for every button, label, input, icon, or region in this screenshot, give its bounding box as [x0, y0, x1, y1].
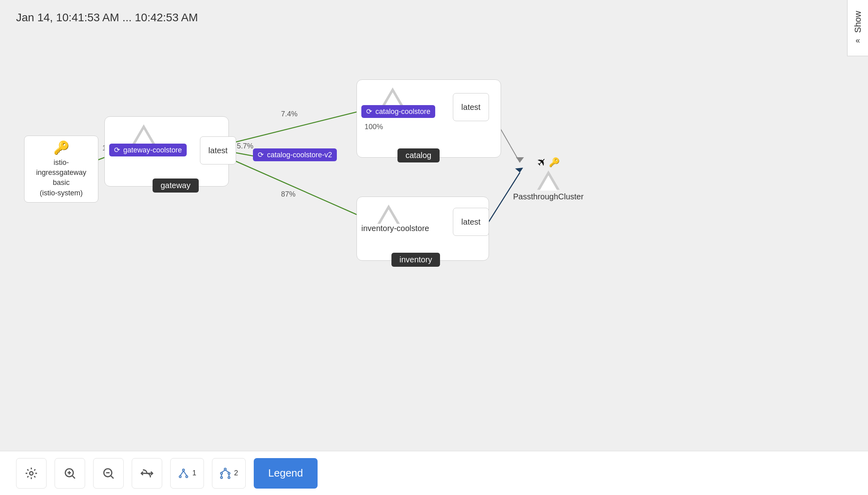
reset-button[interactable]	[132, 458, 162, 489]
svg-point-35	[183, 469, 185, 471]
catalog-coolstore-node[interactable]: ⟳ catalog-coolstore	[361, 105, 435, 118]
triangle-icon	[132, 124, 155, 144]
service-icon-v2: ⟳	[258, 150, 264, 159]
graph-canvas: Jan 14, 10:41:53 AM ... 10:42:53 AM Show…	[0, 0, 868, 495]
svg-line-38	[180, 471, 183, 476]
svg-line-29	[73, 476, 75, 478]
zoom-in-button[interactable]	[55, 458, 85, 489]
passthrough-label: PassthroughCluster	[513, 192, 584, 201]
gateway-coolstore-label: gateway-coolstore	[123, 146, 182, 154]
latest-gateway-box[interactable]: latest	[200, 136, 236, 164]
catalog-v2-node[interactable]: ⟳ catalog-coolstore-v2	[253, 148, 337, 161]
service-icon-catalog: ⟳	[366, 107, 372, 116]
gateway-triangle-node[interactable]	[132, 124, 155, 144]
svg-point-27	[30, 471, 33, 475]
passthrough-icon: ✈	[534, 154, 550, 170]
fit-button[interactable]	[16, 458, 47, 489]
gateway-coolstore-node[interactable]: ⟳ gateway-coolstore	[109, 144, 187, 156]
istio-ingress-node[interactable]: 🔑 istio-ingressgatewaybasic(istio-system…	[24, 136, 98, 203]
triangle-icon-inventory	[377, 205, 400, 224]
catalog-namespace-label: catalog	[397, 148, 440, 162]
svg-point-44	[228, 477, 230, 479]
namespace-depth-1-button[interactable]: 1	[170, 458, 204, 489]
svg-line-45	[222, 470, 225, 472]
gateway-namespace-label: gateway	[153, 179, 199, 193]
triangle-icon-passthrough	[537, 170, 560, 190]
svg-text:7.4%: 7.4%	[281, 110, 297, 118]
svg-line-39	[183, 471, 187, 476]
inventory-namespace-label: inventory	[391, 253, 440, 267]
latest-catalog-box[interactable]: latest	[453, 93, 489, 121]
zoom-out-button[interactable]	[93, 458, 124, 489]
legend-button[interactable]: Legend	[254, 458, 318, 489]
toolbar: 1 2 Legend	[0, 451, 868, 495]
service-icon: ⟳	[114, 146, 120, 154]
inventory-coolstore-label: inventory-coolstore	[361, 224, 429, 233]
svg-point-42	[228, 472, 230, 474]
latest-catalog-label: latest	[461, 103, 481, 112]
namespace1-label: 1	[192, 469, 196, 477]
key-icon-passthrough: 🔑	[549, 157, 560, 168]
istio-ingress-label: istio-ingressgatewaybasic(istio-system)	[30, 158, 92, 198]
inventory-triangle-node[interactable]	[377, 205, 400, 224]
latest-gateway-label: latest	[208, 146, 228, 155]
svg-line-46	[225, 470, 229, 472]
namespace-depth-2-button[interactable]: 2	[212, 458, 246, 489]
catalog-100-label: 100%	[365, 123, 383, 131]
latest-inventory-box[interactable]: latest	[453, 208, 489, 236]
svg-point-40	[224, 468, 226, 470]
triangle-icon-catalog	[381, 87, 404, 107]
svg-text:87%: 87%	[281, 190, 295, 198]
svg-text:5.7%: 5.7%	[237, 142, 253, 150]
svg-point-36	[179, 475, 181, 477]
svg-point-37	[186, 475, 188, 477]
catalog-v2-label: catalog-coolstore-v2	[267, 151, 332, 159]
key-icon: 🔑	[53, 140, 69, 155]
latest-inventory-label: latest	[461, 217, 481, 227]
passthrough-cluster-node[interactable]: ✈ 🔑 PassthroughCluster	[513, 156, 584, 201]
svg-point-43	[220, 477, 222, 479]
svg-point-41	[220, 472, 222, 474]
svg-line-4	[234, 108, 371, 142]
svg-line-8	[234, 160, 361, 217]
namespace2-label: 2	[234, 469, 238, 477]
catalog-triangle-node[interactable]	[381, 87, 404, 107]
catalog-coolstore-label: catalog-coolstore	[375, 108, 430, 116]
svg-line-33	[111, 476, 114, 478]
